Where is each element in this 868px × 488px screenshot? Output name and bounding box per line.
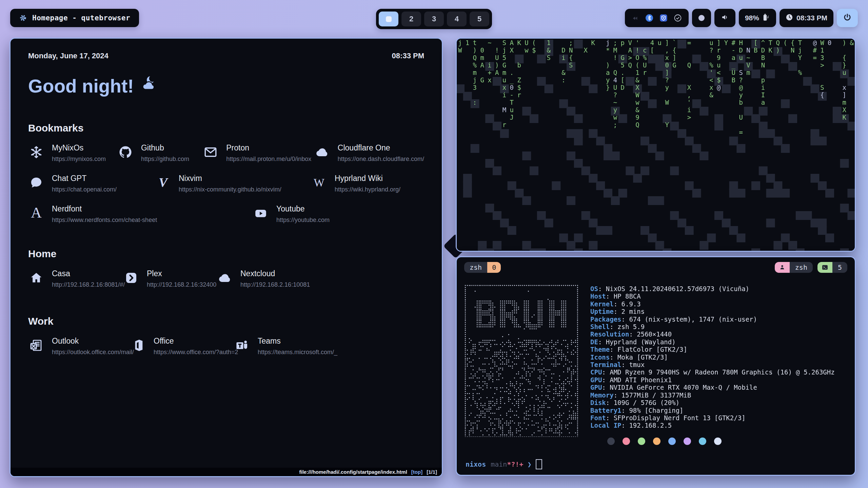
tmux-pill-label: 5 — [832, 262, 847, 273]
bookmark-outlook[interactable]: Outlookhttps://outlook.office.com/mail/ — [28, 337, 130, 356]
qutebrowser-gear-icon — [19, 14, 27, 22]
indicator-pill[interactable] — [692, 9, 711, 27]
youtube-icon — [253, 204, 269, 222]
bookmark-row: Chat GPThttps://chat.openai.com/VNixvimh… — [28, 174, 424, 193]
bookmark-title: Plex — [147, 269, 216, 278]
bookmark-chat-gpt[interactable]: Chat GPThttps://chat.openai.com/ — [28, 174, 155, 193]
person-icon — [775, 262, 790, 273]
fetch-line: Host: HP 8BCA — [590, 292, 835, 300]
fetch-line: CPU: AMD Ryzen 9 7940HS w/ Radeon 780M G… — [590, 368, 835, 376]
bookmark-title: Nixvim — [179, 174, 281, 183]
bookmark-youtube[interactable]: Youtubehttps://youtube.com — [253, 204, 330, 224]
bookmark-proton[interactable]: Protonhttps://mail.proton.me/u/0/inbox — [202, 143, 314, 163]
bookmark-casa[interactable]: Casahttp://192.168.2.16:8081/#/ — [28, 269, 123, 288]
svg-text:W: W — [314, 176, 324, 189]
workspace-button-1[interactable] — [379, 12, 398, 26]
fetch-line: GPU: NVIDIA GeForce RTX 4070 Max-Q / Mob… — [590, 384, 835, 391]
palette-dot-0 — [607, 438, 615, 445]
qutebrowser-statusbar: file:///home/hadi/.config/startpage/inde… — [11, 468, 442, 476]
active-workspace-square-icon — [386, 16, 392, 22]
workspace-button-2[interactable]: 2 — [401, 12, 421, 26]
bookmark-url: http://192.168.2.16:8081/#/ — [52, 281, 125, 288]
bookmark-title: Cloudflare One — [338, 143, 424, 152]
bookmark-title: Hyprland Wiki — [335, 174, 400, 183]
workspace-button-3[interactable]: 3 — [424, 12, 444, 26]
check-circle-icon[interactable] — [674, 14, 682, 22]
statusbar-tab-index: [1/1] — [427, 469, 437, 475]
bookmark-plex[interactable]: Plexhttp://192.168.2.16:32400 — [123, 269, 217, 288]
moon-cloud-icon — [139, 75, 158, 97]
mail-icon — [202, 143, 219, 161]
tmux-pill-label: zsh — [790, 262, 813, 273]
bookmark-url: https://wiki.hyprland.org/ — [335, 186, 400, 193]
volume-pill[interactable] — [714, 9, 735, 27]
terminal-icon — [817, 262, 832, 273]
power-button[interactable] — [837, 9, 858, 27]
fetch-line: Kernel: 6.9.3 — [590, 300, 835, 308]
bookmark-title: Youtube — [276, 204, 330, 214]
teams-icon — [234, 337, 250, 354]
palette-dot-7 — [714, 438, 722, 445]
bookmark-url: https://nix-community.github.io/nixvim/ — [179, 186, 281, 193]
battery-percent: 98% — [745, 14, 759, 22]
bluetooth-icon[interactable] — [645, 14, 653, 22]
battery-pill: 98% — [739, 9, 776, 27]
indicator-dot-icon — [698, 15, 705, 21]
fetch-line: Packages: 674 (nix-system), 1747 (nix-us… — [590, 316, 835, 323]
fetch-line: OS: NixOS 24.11.20240612.57d6973 (Vicuña… — [590, 285, 835, 292]
bookmark-url: https://mail.proton.me/u/0/inbox — [226, 156, 311, 163]
fetch-line: Battery1: 98% [Charging] — [590, 407, 835, 414]
startpage: Monday, June 17, 2024 08:33 PM Good nigh… — [11, 39, 442, 476]
shell-prompt[interactable]: nixos main *?!+ ❯ — [466, 459, 542, 469]
workspace-button-5[interactable]: 5 — [470, 12, 489, 26]
bookmark-teams[interactable]: Teamshttps://teams.microsoft.com/_ — [234, 337, 337, 356]
bookmark-url: https://chat.openai.com/ — [52, 186, 117, 193]
bookmark-nixvim[interactable]: VNixvimhttps://nix-community.github.io/n… — [155, 174, 311, 193]
bookmark-url: https://www.nerdfonts.com/cheat-sheet — [52, 217, 157, 224]
palette-dot-2 — [638, 438, 645, 445]
hidden-apps-icon[interactable] — [632, 14, 639, 22]
prompt-arrow: ❯ — [528, 460, 532, 468]
palette-dot-4 — [668, 438, 676, 445]
tmux-session-pill[interactable]: zsh 0 — [464, 262, 501, 273]
bookmark-title: Office — [154, 337, 238, 346]
fetch-line: Shell: zsh 5.9 — [590, 323, 835, 330]
chat-icon — [28, 174, 44, 191]
system-tray — [625, 9, 689, 27]
bookmark-nextcloud[interactable]: Nextcloudhttp://192.168.2.16:10081 — [217, 269, 310, 288]
home-icon — [28, 269, 44, 287]
bookmark-github[interactable]: Githubhttps://github.com — [117, 143, 202, 163]
terminal-cursor — [536, 459, 542, 469]
bookmark-cloudflare-one[interactable]: Cloudflare Onehttps://one.dash.cloudflar… — [314, 143, 424, 163]
bookmark-title: Outlook — [52, 337, 134, 346]
bookmark-office[interactable]: Officehttps://www.office.com/?auth=2 — [130, 337, 234, 356]
top-bar: Homepage - qutebrowser 2345 98% 08:33 PM — [10, 9, 858, 27]
section-title-home: Home — [28, 248, 424, 260]
statusbar-url: file:///home/hadi/.config/startpage/inde… — [299, 469, 407, 475]
github-icon — [117, 143, 134, 161]
fetch-line: Icons: Moka [GTK2/3] — [590, 353, 835, 361]
bookmark-hyprland-wiki[interactable]: WHyprland Wikihttps://wiki.hyprland.org/ — [311, 174, 400, 193]
nixvim-icon: V — [155, 174, 171, 191]
bookmark-title: Proton — [226, 143, 311, 152]
bookmark-url: http://192.168.2.16:10081 — [240, 281, 310, 288]
topbar-right-cluster: 98% 08:33 PM — [625, 9, 858, 27]
workspace-button-4[interactable]: 4 — [447, 12, 467, 26]
fetch-line: Terminal: tmux — [590, 361, 835, 368]
fetch-line: GPU: AMD ATI Phoenix1 — [590, 376, 835, 384]
bookmark-mynixos[interactable]: MyNixOshttps://mynixos.com — [28, 143, 117, 163]
outlook-icon — [28, 337, 44, 354]
bookmark-row: MyNixOshttps://mynixos.comGithubhttps://… — [28, 143, 424, 163]
matrix-terminal-window — [456, 38, 856, 252]
shield-vpn-icon[interactable] — [659, 14, 668, 22]
office-icon — [130, 337, 146, 354]
cloud-icon — [314, 143, 330, 161]
tmux-status-pill-5: 5 — [817, 262, 847, 273]
bruh-ascii-art — [464, 284, 578, 437]
window-title-pill: Homepage - qutebrowser — [10, 9, 139, 27]
bookmark-url: https://outlook.office.com/mail/ — [52, 349, 134, 356]
bookmark-url: https://github.com — [141, 156, 189, 163]
bookmark-title: Teams — [258, 337, 337, 346]
bookmark-nerdfont[interactable]: ANerdfonthttps://www.nerdfonts.com/cheat… — [28, 204, 253, 224]
clock-time: 08:33 PM — [796, 14, 827, 22]
